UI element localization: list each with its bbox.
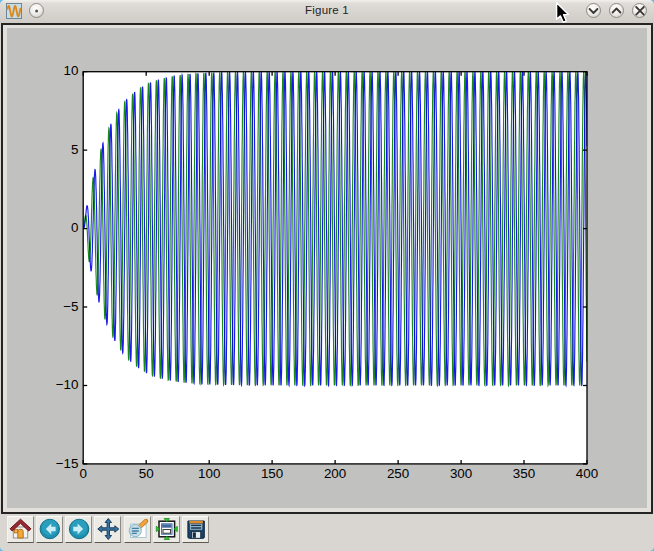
svg-text:10: 10	[64, 63, 79, 78]
svg-text:350: 350	[513, 466, 535, 481]
svg-text:250: 250	[387, 466, 409, 481]
svg-text:200: 200	[324, 466, 346, 481]
svg-text:0: 0	[71, 220, 78, 235]
svg-text:300: 300	[450, 466, 472, 481]
svg-text:−15: −15	[56, 456, 79, 471]
svg-text:−10: −10	[56, 377, 79, 392]
svg-text:0: 0	[79, 466, 86, 481]
svg-text:50: 50	[139, 466, 154, 481]
svg-text:−5: −5	[63, 299, 78, 314]
svg-text:100: 100	[198, 466, 220, 481]
svg-text:150: 150	[261, 466, 283, 481]
svg-text:400: 400	[576, 466, 598, 481]
svg-text:5: 5	[71, 142, 78, 157]
